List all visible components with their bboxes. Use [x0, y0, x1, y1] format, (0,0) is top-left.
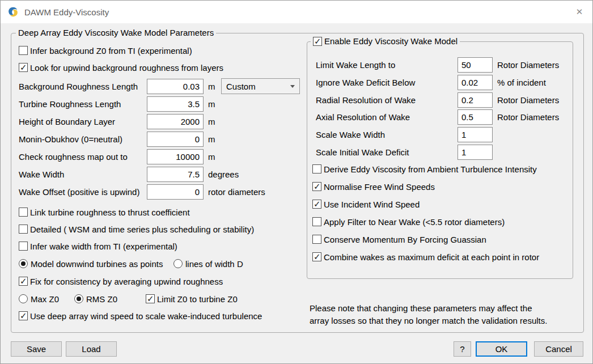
radio-label: Model downwind turbines as points: [31, 259, 163, 269]
field-unit: m: [208, 117, 215, 126]
save-button[interactable]: Save: [11, 341, 62, 357]
check-deep-array-wind-speed[interactable]: Use deep array wind speed to scale wake-…: [19, 311, 262, 321]
check-limit-z0[interactable]: Limit Z0 to turbine Z0: [146, 294, 238, 304]
check-infer-wake-width[interactable]: Infer wake width from TI (experimental): [19, 241, 177, 251]
chevron-down-icon: [290, 85, 295, 88]
field-wake-offset: Wake Offset (positive is upwind) rotor d…: [19, 184, 265, 200]
field-label: Axial Resolution of Wake: [316, 112, 458, 122]
field-monin-obukhov: Monin-Obukhov (0=neutral) m: [19, 132, 215, 147]
axial-resolution-input[interactable]: [458, 109, 493, 125]
field-label: Monin-Obukhov (0=neutral): [19, 134, 147, 144]
field-label: Radial Resolution of Wake: [316, 95, 458, 105]
check-normalise-free-wind[interactable]: Normalise Free Wind Speeds: [312, 181, 435, 192]
field-unit: m: [208, 134, 215, 144]
check-detailed-wsm[interactable]: Detailed ( WSM and time series plus sche…: [19, 224, 254, 234]
field-unit: Rotor Diameters: [497, 95, 559, 105]
checkbox-icon: [19, 311, 28, 320]
ignore-wake-deficit-input[interactable]: [458, 75, 493, 90]
checkbox-icon: [312, 217, 321, 226]
check-label: Derive Eddy Viscosity from Ambient Turbu…: [324, 164, 537, 174]
field-axial-resolution: Axial Resolution of Wake Rotor Diameters: [316, 109, 559, 125]
field-roughness-map-distance: Check roughness map out to m: [19, 149, 215, 164]
check-label: Link turbine roughness to thrust coeffic…: [30, 208, 190, 217]
checkbox-icon: [19, 225, 28, 234]
field-label: Ignore Wake Deficit Below: [316, 78, 458, 87]
check-infer-background-z0[interactable]: Infer background Z0 from TI (experimenta…: [19, 45, 192, 56]
check-apply-filter-near-wake[interactable]: Apply Filter to Near Wake (<5.5 rotor di…: [312, 217, 505, 227]
radio-lines-of-width-d[interactable]: lines of width D: [173, 259, 243, 269]
field-radial-resolution: Radial Resolution of Wake Rotor Diameter…: [316, 92, 559, 108]
field-label: Scale Wake Width: [316, 130, 458, 139]
checkbox-icon: [19, 46, 28, 55]
cancel-button[interactable]: Cancel: [534, 341, 583, 357]
field-ignore-wake-deficit: Ignore Wake Deficit Below % of incident: [316, 75, 546, 90]
field-label: Height of Boundary Layer: [19, 117, 147, 126]
radio-label: lines of width D: [185, 259, 243, 269]
field-wake-width: Wake Width degrees: [19, 167, 239, 182]
radio-max-z0[interactable]: Max Z0: [19, 294, 59, 304]
wake-width-input[interactable]: [147, 167, 204, 182]
title-bar: DAWM Eddy-Viscosity ✕: [1, 1, 592, 23]
field-unit: Rotor Diameters: [497, 60, 559, 70]
limit-wake-length-input[interactable]: [458, 57, 493, 73]
check-label: Infer wake width from TI (experimental): [30, 242, 177, 251]
radio-icon: [19, 294, 28, 303]
field-label: Wake Width: [19, 170, 147, 179]
checkbox-icon: [146, 294, 155, 303]
boundary-layer-height-input[interactable]: [147, 114, 204, 129]
field-label: Turbine Roughness Length: [19, 99, 147, 109]
roughness-preset-select[interactable]: Custom: [221, 78, 300, 94]
check-fix-consistency[interactable]: Fix for consistency by averaging upwind …: [19, 276, 223, 286]
scale-initial-deficit-input[interactable]: [458, 145, 493, 160]
checkbox-icon: [19, 63, 28, 72]
wake-offset-input[interactable]: [147, 184, 204, 200]
load-button[interactable]: Load: [66, 341, 117, 357]
check-conserve-momentum[interactable]: Conserve Momentum By Forcing Guassian: [312, 234, 486, 244]
field-unit: degrees: [208, 170, 239, 179]
window-title: DAWM Eddy-Viscosity: [24, 7, 109, 17]
background-roughness-input[interactable]: [147, 79, 204, 94]
radial-resolution-input[interactable]: [458, 92, 493, 108]
radio-model-turbines-as-points[interactable]: Model downwind turbines as points: [19, 259, 163, 269]
field-unit: m: [208, 152, 215, 162]
checkbox-icon: [312, 182, 321, 191]
check-enable-eddy-viscosity[interactable]: Enable Eddy Viscosity Wake Model: [311, 36, 460, 46]
check-combine-wakes-max-deficit[interactable]: Combine wakes as maximum deficit at each…: [312, 252, 539, 262]
field-unit: Rotor Diameters: [497, 112, 559, 122]
check-label: Detailed ( WSM and time series plus sche…: [30, 225, 254, 234]
ok-button[interactable]: OK: [476, 341, 527, 357]
check-label: Look for upwind background roughness fro…: [30, 63, 223, 73]
field-label: Scale Initial Wake Deficit: [316, 147, 458, 157]
check-derive-eddy-viscosity[interactable]: Derive Eddy Viscosity from Ambient Turbu…: [312, 164, 537, 174]
field-scale-wake-width: Scale Wake Width: [316, 127, 497, 142]
close-icon[interactable]: ✕: [566, 1, 592, 23]
app-logo-icon: [7, 6, 19, 18]
help-button[interactable]: ?: [454, 341, 471, 357]
scale-wake-width-input[interactable]: [458, 127, 493, 142]
dialog-dawm-eddy-viscosity: DAWM Eddy-Viscosity ✕ Deep Array Eddy Vi…: [0, 0, 593, 364]
check-label: Apply Filter to Near Wake (<5.5 rotor di…: [324, 217, 505, 227]
check-label: Enable Eddy Viscosity Wake Model: [324, 36, 458, 46]
radio-rms-z0[interactable]: RMS Z0: [74, 294, 117, 304]
check-label: Combine wakes as maximum deficit at each…: [324, 252, 539, 262]
field-boundary-layer-height: Height of Boundary Layer m: [19, 114, 215, 129]
checkbox-icon: [312, 235, 321, 244]
field-background-roughness-length: Background Roughness Length m: [19, 79, 215, 94]
turbine-roughness-input[interactable]: [147, 96, 204, 112]
check-link-turbine-roughness[interactable]: Link turbine roughness to thrust coeffic…: [19, 207, 190, 217]
roughness-map-distance-input[interactable]: [147, 149, 204, 164]
radio-icon: [173, 259, 183, 268]
check-label: Use Incident Wind Speed: [324, 200, 420, 209]
check-label: Infer background Z0 from TI (experimenta…: [30, 46, 192, 56]
field-turbine-roughness-length: Turbine Roughness Length m: [19, 96, 215, 112]
field-label: Background Roughness Length: [19, 82, 147, 91]
radio-label: Max Z0: [31, 294, 59, 304]
monin-obukhov-input[interactable]: [147, 132, 204, 147]
field-unit: rotor diameters: [208, 187, 265, 197]
checkbox-icon: [312, 200, 321, 209]
check-use-incident-wind[interactable]: Use Incident Wind Speed: [312, 199, 420, 209]
validation-note: Please note that changing these paramete…: [310, 302, 565, 327]
check-label: Fix for consistency by averaging upwind …: [30, 277, 223, 286]
check-look-upwind-roughness[interactable]: Look for upwind background roughness fro…: [19, 62, 223, 73]
checkbox-icon: [312, 164, 321, 173]
